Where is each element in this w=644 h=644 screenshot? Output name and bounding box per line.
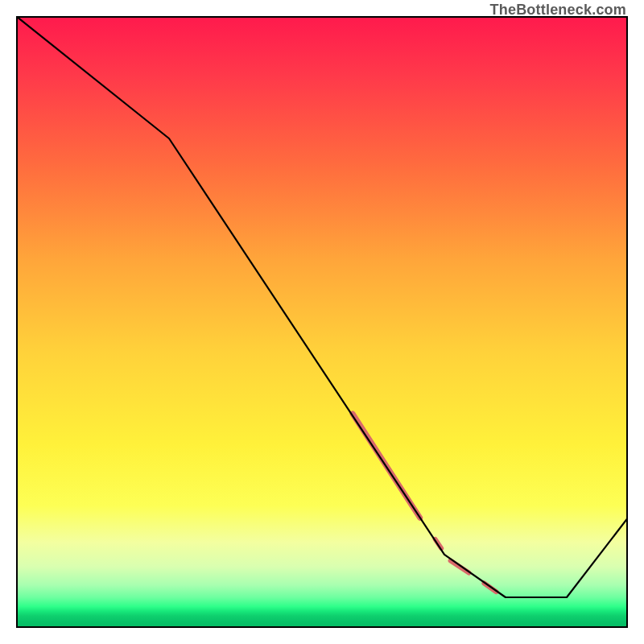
chart-container: TheBottleneck.com bbox=[0, 0, 644, 644]
gradient-background bbox=[16, 16, 628, 628]
plot-area bbox=[16, 16, 628, 628]
